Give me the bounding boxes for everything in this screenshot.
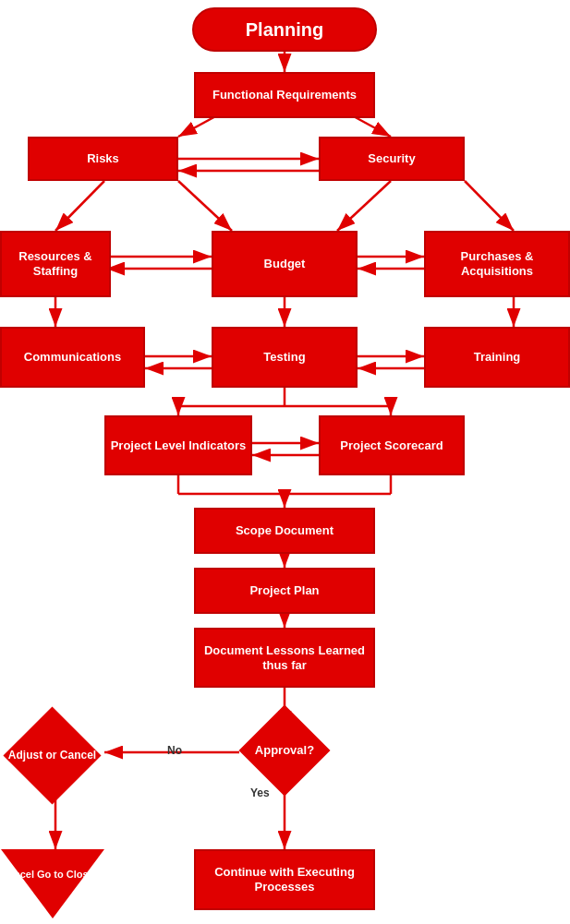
training-node: Training bbox=[424, 327, 570, 388]
budget-node: Budget bbox=[212, 231, 358, 297]
yes-label: Yes bbox=[250, 786, 270, 799]
project-plan-node: Project Plan bbox=[194, 568, 375, 614]
planning-node: Planning bbox=[192, 7, 377, 52]
communications-node: Communications bbox=[0, 327, 145, 388]
security-node: Security bbox=[319, 137, 465, 181]
no-label: No bbox=[167, 744, 182, 757]
approval-diamond-container: Approval? bbox=[223, 718, 346, 783]
flowchart: Planning Functional Requirements Risks S… bbox=[0, 0, 570, 28]
purchases-acquisitions-node: Purchases & Acquisitions bbox=[424, 231, 570, 297]
document-lessons-node: Document Lessons Learned thus far bbox=[194, 628, 375, 688]
risks-node: Risks bbox=[28, 137, 178, 181]
functional-requirements-node: Functional Requirements bbox=[194, 72, 375, 118]
resources-staffing-node: Resources & Staffing bbox=[0, 231, 111, 297]
svg-line-10 bbox=[465, 181, 514, 231]
testing-node: Testing bbox=[212, 327, 358, 388]
continue-executing-node: Continue with Executing Processes bbox=[194, 849, 375, 910]
project-level-indicators-node: Project Level Indicators bbox=[104, 415, 252, 475]
scope-document-node: Scope Document bbox=[194, 508, 375, 554]
svg-line-8 bbox=[178, 181, 232, 231]
adjust-cancel-diamond-container: Adjust or Cancel bbox=[0, 718, 104, 792]
svg-line-7 bbox=[55, 181, 104, 231]
svg-line-9 bbox=[337, 181, 391, 231]
cancel-closing-node: Cancel Go to Closing bbox=[0, 849, 104, 918]
project-scorecard-node: Project Scorecard bbox=[319, 415, 465, 475]
